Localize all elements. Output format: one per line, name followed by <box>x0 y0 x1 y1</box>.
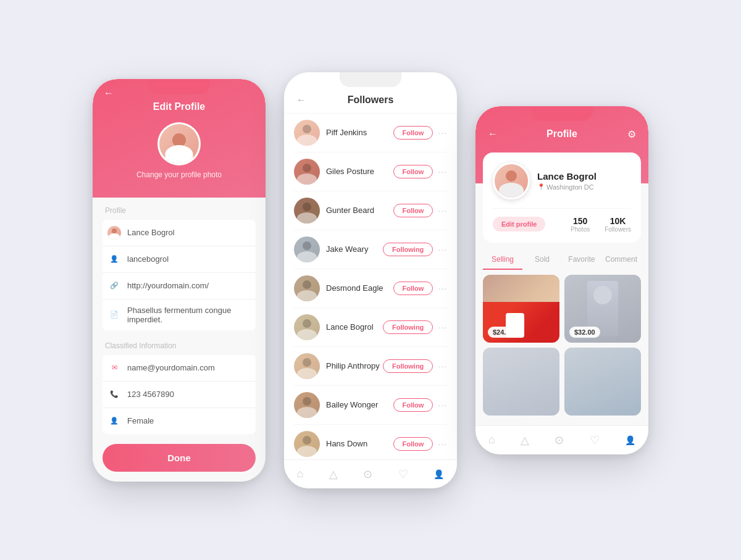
more-options-icon[interactable]: ··· <box>438 128 447 138</box>
location-text: Washington DC <box>546 183 594 191</box>
photo-item-4[interactable] <box>564 348 641 416</box>
follower-avatar <box>294 431 320 457</box>
change-photo-text[interactable]: Change your profile photo <box>136 170 222 179</box>
photo-placeholder-4 <box>564 348 641 416</box>
phone1-body: Profile Lance Bogrol 👤 lancebogrol 🔗 htt… <box>93 198 266 482</box>
website-field-value: http://yourdomain.com/ <box>127 281 209 290</box>
phone-followers: ← Followers Piff Jenkins Follow ··· Gile… <box>284 72 457 488</box>
notch-3 <box>531 106 593 121</box>
followers-stat: 10K Followers <box>605 216 631 233</box>
more-options-icon[interactable]: ··· <box>438 244 447 254</box>
follower-name: Desmond Eagle <box>326 283 393 293</box>
location-icon: 📍 <box>537 183 545 190</box>
nav-camera-icon[interactable] <box>363 467 372 481</box>
phone-edit-profile: ← Edit Profile Change your profile photo… <box>93 79 266 482</box>
follower-item: Jake Weary Following ··· <box>294 230 447 269</box>
followers-back-icon[interactable]: ← <box>296 94 306 106</box>
photos-count: 150 <box>571 216 590 226</box>
follower-item: Piff Jenkins Follow ··· <box>294 114 447 153</box>
bio-field[interactable]: 📄 Phasellus fermentum congue imperdiet. <box>103 299 256 330</box>
follow-button[interactable]: Follow <box>393 204 433 217</box>
follower-avatar <box>294 392 320 418</box>
name-field[interactable]: Lance Bogrol <box>103 220 256 246</box>
follower-item: Philip Anthropy Following ··· <box>294 347 447 386</box>
classified-fields-card: ✉ name@yourdomain.com 📞 123 4567890 👤 Fe… <box>103 355 256 434</box>
edit-profile-button[interactable]: Edit profile <box>493 217 545 232</box>
tab-sold[interactable]: Sold <box>522 250 562 270</box>
settings-icon[interactable]: ⚙ <box>627 128 636 140</box>
more-options-icon[interactable]: ··· <box>438 206 447 215</box>
follower-item: Desmond Eagle Follow ··· <box>294 269 447 308</box>
follow-button[interactable]: Follow <box>393 398 433 412</box>
phone3-nav-explore[interactable] <box>590 433 600 447</box>
photos-stat: 150 Photos <box>571 216 590 233</box>
phone-field-value: 123 4567890 <box>127 390 174 399</box>
follow-button[interactable]: Follow <box>393 165 433 178</box>
follower-avatar <box>294 275 320 301</box>
nav-explore-icon[interactable] <box>398 467 408 481</box>
notch-1 <box>148 79 210 94</box>
follow-button[interactable]: Follow <box>393 282 433 295</box>
followers-count: 10K <box>605 216 631 226</box>
gender-field[interactable]: 👤 Female <box>103 408 256 434</box>
photo-item-3[interactable] <box>483 348 559 416</box>
follower-name: Philip Anthropy <box>326 361 383 370</box>
username-field[interactable]: 👤 lancebogrol <box>103 246 256 273</box>
website-icon: 🔗 <box>107 279 121 293</box>
profile3-avatar <box>493 162 530 199</box>
more-options-icon[interactable]: ··· <box>438 400 447 410</box>
notch-inner-1 <box>148 79 210 94</box>
avatar-person1 <box>159 124 199 164</box>
profile-card-inner: Lance Bogrol 📍 Washington DC <box>493 162 631 199</box>
phone3-nav-home[interactable] <box>488 433 495 447</box>
more-options-icon[interactable]: ··· <box>438 322 447 332</box>
profile-location: 📍 Washington DC <box>537 183 597 191</box>
phone-profile: ← Profile ⚙ Lance Bogrol 📍 Washington DC <box>475 106 648 454</box>
phone3-nav-profile[interactable] <box>625 433 635 447</box>
nav-home-icon[interactable] <box>297 467 304 481</box>
follower-name: Piff Jenkins <box>326 128 393 137</box>
follow-button[interactable]: Follow <box>393 126 433 140</box>
profile-back-icon[interactable]: ← <box>488 128 498 140</box>
phone3-nav-send[interactable] <box>521 433 529 447</box>
email-field[interactable]: ✉ name@yourdomain.com <box>103 355 256 382</box>
follower-avatar <box>294 314 320 340</box>
done-button[interactable]: Done <box>103 444 256 472</box>
more-options-icon[interactable]: ··· <box>438 167 447 177</box>
email-field-value: name@yourdomain.com <box>127 363 215 372</box>
nav-send-icon[interactable] <box>329 467 338 481</box>
classified-section-label: Classified Information <box>103 333 256 355</box>
profile-photo[interactable] <box>157 122 201 165</box>
tab-favorite[interactable]: Favorite <box>562 250 601 270</box>
price-1: $24.90 <box>488 327 519 338</box>
follow-button[interactable]: Following <box>383 359 433 373</box>
phone3-nav-camera[interactable] <box>555 433 564 447</box>
follow-button[interactable]: Follow <box>393 437 433 451</box>
profile-title: Profile <box>546 128 577 140</box>
back-arrow-icon[interactable]: ← <box>104 88 114 99</box>
tab-selling[interactable]: Selling <box>483 250 522 270</box>
phone-field[interactable]: 📞 123 4567890 <box>103 382 256 408</box>
photo-item-1[interactable]: $24.90 <box>483 275 559 343</box>
photo-item-2[interactable]: $32.00 <box>564 275 641 343</box>
photo-grid: $24.90 $32.00 <box>475 270 648 420</box>
username-field-value: lancebogrol <box>127 254 169 264</box>
photos-label: Photos <box>571 226 590 233</box>
follow-button[interactable]: Following <box>383 320 433 334</box>
more-options-icon[interactable]: ··· <box>438 283 447 293</box>
follower-avatar <box>294 159 320 185</box>
follower-name: Gunter Beard <box>326 206 393 215</box>
tab-comment[interactable]: Comment <box>601 250 641 270</box>
website-field[interactable]: 🔗 http://yourdomain.com/ <box>103 273 256 299</box>
follow-button[interactable]: Following <box>383 243 433 256</box>
phones-container: ← Edit Profile Change your profile photo… <box>93 72 648 488</box>
profile-section-label: Profile <box>103 198 256 220</box>
more-options-icon[interactable]: ··· <box>438 439 447 449</box>
photo-placeholder-2: $32.00 <box>564 275 641 343</box>
more-options-icon[interactable]: ··· <box>438 361 447 371</box>
follower-avatar <box>294 236 320 262</box>
nav-profile-icon[interactable] <box>433 467 444 481</box>
follower-avatar <box>294 353 320 379</box>
profile-name: Lance Bogrol <box>537 171 597 182</box>
profile-tabs: Selling Sold Favorite Comment <box>475 243 648 270</box>
